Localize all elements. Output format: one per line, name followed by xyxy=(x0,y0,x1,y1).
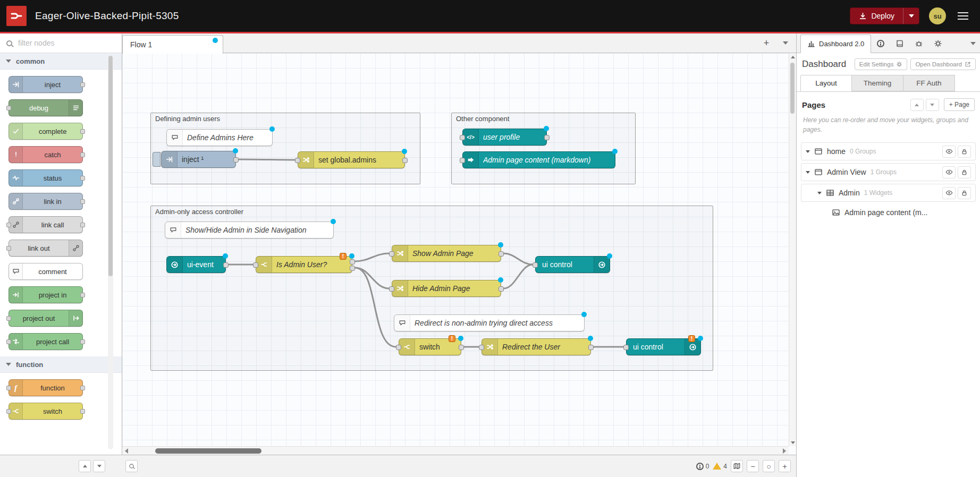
output-port[interactable] xyxy=(223,262,229,268)
palette-search-input[interactable] xyxy=(17,38,115,48)
node-ui-control-bottom[interactable]: ui control ! xyxy=(626,338,701,355)
canvas-vertical-scrollbar[interactable] xyxy=(789,53,796,446)
tab-theming[interactable]: Theming xyxy=(852,75,903,91)
input-port[interactable] xyxy=(460,135,465,140)
node-comment-redirect-non-admin[interactable]: Redirect is non-admin trying direct acce… xyxy=(394,314,585,331)
node-ui-markdown-admin-page-content[interactable]: Admin page content (markdown) xyxy=(462,151,615,168)
palette-category-common[interactable]: common xyxy=(0,53,122,70)
edit-settings-button[interactable]: Edit Settings xyxy=(855,58,908,70)
error-count[interactable]: 0 xyxy=(696,463,709,470)
output-port[interactable] xyxy=(233,157,239,163)
tree-row-admin-page-content[interactable]: Admin page content (m... xyxy=(801,205,976,220)
palette-node-project-out[interactable]: project out xyxy=(9,310,83,327)
zoom-in-button[interactable]: + xyxy=(779,460,791,472)
node-change-redirect-the-user[interactable]: Redirect the User xyxy=(481,338,591,355)
palette-node-project-call[interactable]: project call xyxy=(9,333,83,350)
user-avatar[interactable]: su xyxy=(929,7,946,24)
scroll-right-arrow[interactable] xyxy=(780,447,789,455)
add-flow-button[interactable]: + xyxy=(760,37,773,49)
node-switch[interactable]: switch ! xyxy=(399,338,461,355)
palette-node-link-out[interactable]: link out xyxy=(9,240,83,257)
output-port[interactable] xyxy=(499,286,504,292)
tab-layout[interactable]: Layout xyxy=(800,75,852,91)
tab-flow-1[interactable]: Flow 1 xyxy=(122,35,223,54)
input-port[interactable] xyxy=(389,251,394,257)
sidebar-tab-list-button[interactable] xyxy=(970,35,976,53)
input-port[interactable] xyxy=(253,262,258,268)
chevron-down-icon[interactable] xyxy=(817,192,822,194)
palette-node-catch[interactable]: catch xyxy=(9,146,83,163)
node-ui-template-user-profile[interactable]: </> user profile xyxy=(462,129,547,146)
chevron-down-icon[interactable] xyxy=(806,150,810,153)
flow-canvas[interactable]: Defining admin users Other component Adm… xyxy=(122,53,789,446)
lock-toggle-button[interactable] xyxy=(958,146,971,158)
lock-toggle-button[interactable] xyxy=(958,187,971,199)
zoom-reset-button[interactable]: ○ xyxy=(763,460,775,472)
tab-debug[interactable] xyxy=(909,35,928,53)
output-port[interactable] xyxy=(544,135,550,140)
open-dashboard-button[interactable]: Open Dashboard xyxy=(910,58,976,70)
palette-node-status[interactable]: status xyxy=(9,169,83,186)
input-port[interactable] xyxy=(389,286,394,292)
tab-ff-auth[interactable]: FF Auth xyxy=(903,75,955,91)
inject-button[interactable] xyxy=(153,152,160,167)
output-port[interactable] xyxy=(402,158,408,163)
node-change-hide-admin-page[interactable]: Hide Admin Page xyxy=(392,280,501,297)
node-change-show-admin-page[interactable]: Show Admin Page xyxy=(392,245,501,262)
node-inject[interactable]: inject ¹ xyxy=(161,151,236,168)
palette-node-link-in[interactable]: link in xyxy=(9,193,83,210)
warning-count[interactable]: 4 xyxy=(713,463,727,470)
palette-category-function[interactable]: function xyxy=(0,356,122,373)
palette-scrollbar[interactable] xyxy=(108,56,113,449)
palette-node-link-call[interactable]: link call xyxy=(9,216,83,233)
node-comment-define-admins[interactable]: Define Admins Here xyxy=(166,129,273,146)
input-port[interactable] xyxy=(295,158,300,163)
output-port[interactable] xyxy=(588,345,594,350)
output-port-2[interactable] xyxy=(350,266,355,271)
input-port[interactable] xyxy=(396,345,401,350)
tree-row-admin-view[interactable]: Admin View 1 Groups xyxy=(801,163,976,181)
collapse-all-button[interactable] xyxy=(910,99,924,111)
input-port[interactable] xyxy=(623,345,629,350)
tab-info[interactable] xyxy=(871,35,890,53)
lock-toggle-button[interactable] xyxy=(958,166,971,178)
node-comment-show-hide-admin[interactable]: Show/Hide Admin in Side Navigation xyxy=(165,222,334,238)
input-port[interactable] xyxy=(460,158,465,163)
canvas-horizontal-scrollbar[interactable] xyxy=(122,446,789,455)
tree-row-admin-group[interactable]: Admin 1 Widgets xyxy=(801,184,976,202)
visibility-toggle-button[interactable] xyxy=(942,187,956,199)
palette-node-complete[interactable]: complete xyxy=(9,123,83,140)
palette-node-switch[interactable]: switch xyxy=(9,403,83,420)
zoom-out-button[interactable]: − xyxy=(747,460,759,472)
visibility-toggle-button[interactable] xyxy=(942,146,956,158)
scrollbar-thumb[interactable] xyxy=(790,63,795,114)
palette-node-inject[interactable]: inject xyxy=(9,76,83,93)
palette-collapse-categories-button[interactable] xyxy=(79,460,91,472)
input-port[interactable] xyxy=(479,345,484,350)
node-ui-event[interactable]: ui-event xyxy=(166,256,226,273)
scroll-down-arrow[interactable] xyxy=(789,439,797,446)
input-port[interactable] xyxy=(533,262,538,268)
output-port[interactable] xyxy=(499,251,504,257)
add-page-button[interactable]: + Page xyxy=(944,98,975,111)
deploy-button[interactable]: Deploy xyxy=(850,8,903,24)
scrollbar-thumb[interactable] xyxy=(108,56,113,276)
main-menu-button[interactable] xyxy=(956,10,970,22)
tab-help[interactable] xyxy=(890,35,909,53)
tab-config-nodes[interactable] xyxy=(928,35,948,53)
palette-expand-categories-button[interactable] xyxy=(93,460,105,472)
output-port[interactable] xyxy=(459,345,464,350)
palette-node-comment[interactable]: comment xyxy=(9,263,83,280)
palette-node-project-in[interactable]: project in xyxy=(9,286,83,303)
deploy-options-button[interactable] xyxy=(903,8,919,24)
palette-node-debug[interactable]: debug xyxy=(9,99,83,116)
flow-list-button[interactable] xyxy=(779,37,792,49)
chevron-down-icon[interactable] xyxy=(806,171,810,174)
scrollbar-thumb[interactable] xyxy=(155,448,261,454)
scroll-up-arrow[interactable] xyxy=(789,53,797,61)
scroll-left-arrow[interactable] xyxy=(122,447,131,455)
navigator-button[interactable] xyxy=(731,460,743,472)
palette-node-function[interactable]: f function xyxy=(9,379,83,396)
expand-all-button[interactable] xyxy=(926,99,939,111)
node-ui-control-top[interactable]: ui control xyxy=(535,256,610,273)
